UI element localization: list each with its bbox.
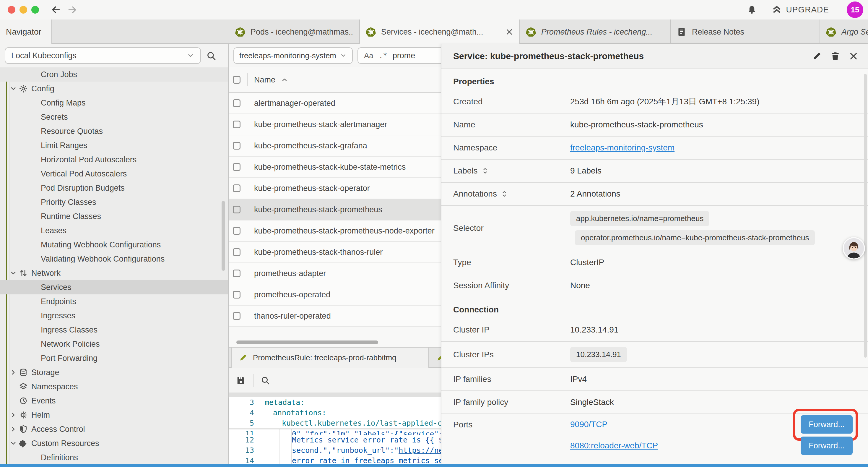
delete-trash-icon[interactable] — [830, 51, 840, 61]
sidebar-item[interactable]: Endpoints — [0, 294, 228, 309]
sidebar-item[interactable]: Vertical Pod Autoscalers — [0, 167, 228, 181]
minimize-window-button[interactable] — [20, 6, 27, 13]
sidebar-item[interactable]: Storage — [0, 365, 228, 380]
titlebar: UPGRADE 15 — [0, 0, 868, 20]
sidebar-item[interactable]: Limit Ranges — [0, 138, 228, 152]
port-link[interactable]: 8080:reloader-web/TCP — [570, 441, 658, 450]
name-column-header[interactable]: Name — [254, 76, 275, 85]
tree-item-icon — [19, 396, 28, 405]
sort-toggle-icon[interactable] — [481, 167, 489, 175]
tree-chevron-icon[interactable] — [9, 85, 17, 92]
sidebar-scrollbar[interactable] — [222, 201, 225, 271]
sidebar-item[interactable]: Secrets — [0, 110, 228, 124]
app-tab[interactable]: Services - icecheng@math... — [360, 20, 520, 44]
detail-link[interactable]: freeleaps-monitoring-system — [570, 143, 675, 152]
sidebar-item[interactable]: Namespaces — [0, 380, 228, 394]
detail-label: Labels — [453, 166, 478, 176]
sidebar-item[interactable]: Custom Resources — [0, 436, 228, 450]
sidebar-item[interactable]: Events — [0, 394, 228, 408]
port-link[interactable]: 9090/TCP — [570, 420, 608, 429]
detail-value: kube-prometheus-stack-prometheus — [570, 120, 703, 129]
zoom-window-button[interactable] — [31, 6, 39, 13]
assistant-avatar[interactable] — [843, 237, 865, 260]
sidebar-item[interactable]: Helm — [0, 408, 228, 422]
navigator-tab[interactable]: Navigator — [0, 20, 52, 44]
app-tab[interactable]: Argo Se — [820, 20, 868, 44]
editor-tab[interactable]: PrometheusRule: freeleaps-prod-rabbitmq — [231, 348, 429, 368]
sidebar-item[interactable]: Ingress Classes — [0, 323, 228, 337]
detail-value: IPv4 — [570, 375, 587, 384]
sort-ascending-icon[interactable] — [281, 76, 288, 84]
row-checkbox[interactable] — [233, 248, 241, 256]
sidebar-item[interactable]: Validating Webhook Configurations — [0, 252, 228, 266]
edit-pencil-icon[interactable] — [812, 51, 822, 61]
upgrade-button[interactable]: UPGRADE — [772, 5, 829, 14]
forward-icon[interactable] — [67, 5, 78, 15]
select-all-checkbox[interactable] — [233, 76, 241, 84]
tree-chevron-icon[interactable] — [9, 369, 17, 376]
drawer-scrollbar[interactable] — [864, 74, 867, 358]
notifications-bell-icon[interactable] — [747, 5, 756, 14]
sidebar-item[interactable]: Runtime Classes — [0, 209, 228, 224]
namespace-select[interactable]: freeleaps-monitoring-system — [234, 47, 353, 64]
save-icon[interactable] — [236, 375, 246, 385]
row-checkbox[interactable] — [233, 227, 241, 235]
row-checkbox[interactable] — [233, 99, 241, 107]
row-checkbox[interactable] — [233, 184, 241, 192]
regex-toggle[interactable]: .* — [379, 52, 387, 60]
row-checkbox[interactable] — [233, 121, 241, 128]
row-checkbox[interactable] — [233, 142, 241, 150]
sidebar-item[interactable]: Resource Quotas — [0, 124, 228, 138]
detail-value: 10.233.14.91 — [570, 325, 619, 334]
app-tab[interactable]: Prometheus Rules - icecheng... — [520, 20, 671, 44]
sidebar-item[interactable]: Network Policies — [0, 337, 228, 351]
sidebar-item[interactable]: Leases — [0, 224, 228, 238]
row-checkbox[interactable] — [233, 163, 241, 171]
row-checkbox[interactable] — [233, 291, 241, 298]
horizontal-scrollbar[interactable] — [236, 341, 378, 344]
match-case-toggle[interactable]: Aa — [364, 51, 373, 60]
close-window-button[interactable] — [8, 6, 16, 13]
sort-toggle-icon[interactable] — [500, 190, 508, 198]
sidebar-item[interactable]: Access Control — [0, 422, 228, 436]
sidebar-item[interactable]: Pod Disruption Budgets — [0, 181, 228, 195]
tree-chevron-icon[interactable] — [9, 425, 17, 433]
row-checkbox[interactable] — [233, 269, 241, 277]
sidebar-item-label: Config — [31, 84, 54, 93]
tree-chevron-icon[interactable] — [9, 269, 17, 277]
code-token: second.","runbook_url":" — [292, 446, 399, 455]
kubeconfig-select[interactable]: Local Kubeconfigs — [5, 47, 201, 64]
row-checkbox[interactable] — [233, 312, 241, 320]
row-checkbox[interactable] — [233, 206, 241, 213]
service-name: kube-prometheus-stack-alertmanager — [254, 120, 387, 129]
sidebar-item[interactable]: Network — [0, 266, 228, 280]
close-icon[interactable] — [848, 51, 859, 61]
app-tab[interactable]: Pods - icecheng@mathmas... — [229, 20, 360, 44]
sidebar-item[interactable]: Ingresses — [0, 309, 228, 323]
sidebar-item[interactable]: Config — [0, 82, 228, 96]
account-badge[interactable]: 15 — [847, 1, 863, 18]
back-icon[interactable] — [51, 5, 61, 15]
forward-button[interactable]: Forward... — [801, 437, 852, 455]
sidebar-item[interactable]: Config Maps — [0, 96, 228, 110]
sidebar-item[interactable]: Definitions — [0, 450, 228, 465]
detail-value: 9 Labels — [570, 166, 601, 175]
sidebar-item[interactable]: Horizontal Pod Autoscalers — [0, 152, 228, 167]
detail-row: Type ClusterIP ClusterIP — [441, 251, 868, 274]
tree-chevron-icon[interactable] — [9, 411, 17, 419]
sidebar-item[interactable]: Priority Classes — [0, 195, 228, 209]
sidebar-search-icon[interactable] — [206, 51, 216, 61]
detail-value: 253d 16h 6m ago (2025年1月13日 GMT+8 1:25:3… — [570, 97, 760, 106]
sidebar-item[interactable]: Cron Jobs — [0, 67, 228, 82]
tree-chevron-icon[interactable] — [9, 439, 17, 447]
toolbar-divider — [253, 374, 253, 387]
sidebar-item[interactable]: Port Forwarding — [0, 351, 228, 365]
sidebar-item[interactable]: Mutating Webhook Configurations — [0, 238, 228, 252]
sidebar-item-label: Endpoints — [41, 297, 76, 306]
sidebar-item[interactable]: Services — [0, 280, 228, 294]
app-tab[interactable]: Release Notes — [671, 20, 820, 44]
editor-search-icon[interactable] — [260, 376, 270, 385]
forward-button[interactable]: Forward... — [801, 415, 852, 434]
tab-close-icon[interactable] — [505, 28, 514, 36]
detail-section: Properties Created 253d 16h 6m ago (2025… — [441, 69, 868, 297]
